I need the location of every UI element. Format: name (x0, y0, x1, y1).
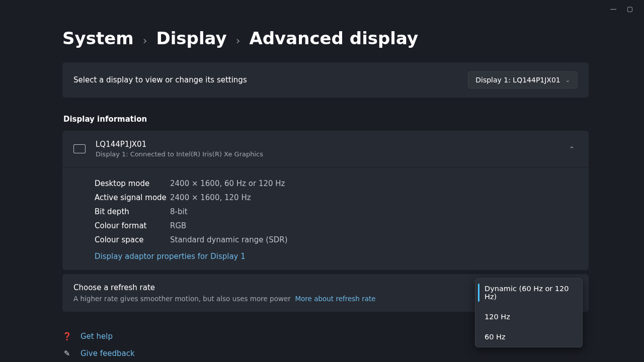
chevron-right-icon: › (143, 34, 147, 47)
info-key: Desktop mode (95, 179, 170, 188)
display-info-header[interactable]: LQ144P1JX01 Display 1: Connected to Inte… (62, 131, 589, 167)
chevron-up-icon: ⌃ (569, 145, 575, 153)
info-key: Active signal mode (95, 193, 170, 202)
display-selector-value: Display 1: LQ144P1JX01 (475, 76, 560, 84)
info-value: 8-bit (170, 207, 188, 216)
info-row: Active signal mode 2400 × 1600, 120 Hz (95, 191, 578, 205)
chevron-right-icon: › (236, 34, 240, 47)
crumb-display[interactable]: Display (156, 28, 226, 48)
info-key: Colour space (95, 235, 170, 244)
display-selector-dropdown[interactable]: Display 1: LQ144P1JX01 ⌄ (468, 71, 578, 88)
display-information-heading: Display information (63, 115, 589, 124)
more-about-refresh-rate-link[interactable]: More about refresh rate (295, 295, 375, 303)
info-value: Standard dynamic range (SDR) (170, 235, 287, 244)
info-row: Colour space Standard dynamic range (SDR… (95, 233, 578, 247)
page-title: Advanced display (249, 28, 418, 48)
info-value: 2400 × 1600, 60 Hz or 120 Hz (170, 179, 285, 188)
info-value: RGB (170, 221, 186, 230)
info-row: Desktop mode 2400 × 1600, 60 Hz or 120 H… (95, 176, 578, 191)
info-key: Bit depth (95, 207, 170, 216)
refresh-rate-flyout: Dynamic (60 Hz or 120 Hz) 120 Hz 60 Hz (475, 278, 583, 347)
info-row: Bit depth 8-bit (95, 205, 578, 219)
refresh-rate-option-120hz[interactable]: 120 Hz (475, 307, 582, 327)
refresh-rate-option-60hz[interactable]: 60 Hz (475, 327, 582, 347)
display-model-name: LQ144P1JX01 (96, 140, 559, 149)
crumb-system[interactable]: System (62, 28, 134, 48)
refresh-rate-option-dynamic[interactable]: Dynamic (60 Hz or 120 Hz) (475, 279, 582, 307)
select-display-card: Select a display to view or change its s… (62, 62, 589, 98)
display-adapter-properties-link[interactable]: Display adaptor properties for Display 1 (95, 252, 246, 261)
minimize-button[interactable]: — (610, 5, 617, 13)
display-info-card: LQ144P1JX01 Display 1: Connected to Inte… (62, 131, 589, 270)
select-display-label: Select a display to view or change its s… (73, 75, 247, 84)
chevron-down-icon: ⌄ (566, 77, 570, 83)
info-key: Colour format (95, 221, 170, 230)
feedback-icon: ✎ (62, 349, 71, 358)
info-row: Colour format RGB (95, 219, 578, 233)
help-icon: ❓ (62, 332, 71, 341)
display-info-body: Desktop mode 2400 × 1600, 60 Hz or 120 H… (62, 167, 589, 270)
refresh-rate-card: Choose a refresh rate A higher rate give… (62, 274, 589, 312)
monitor-icon (73, 144, 86, 153)
maximize-button[interactable]: ▢ (627, 5, 633, 13)
breadcrumb: System › Display › Advanced display (62, 28, 589, 48)
info-value: 2400 × 1600, 120 Hz (170, 193, 251, 202)
display-connection-info: Display 1: Connected to Intel(R) Iris(R)… (96, 150, 559, 158)
give-feedback-link[interactable]: ✎ Give feedback (62, 345, 589, 362)
